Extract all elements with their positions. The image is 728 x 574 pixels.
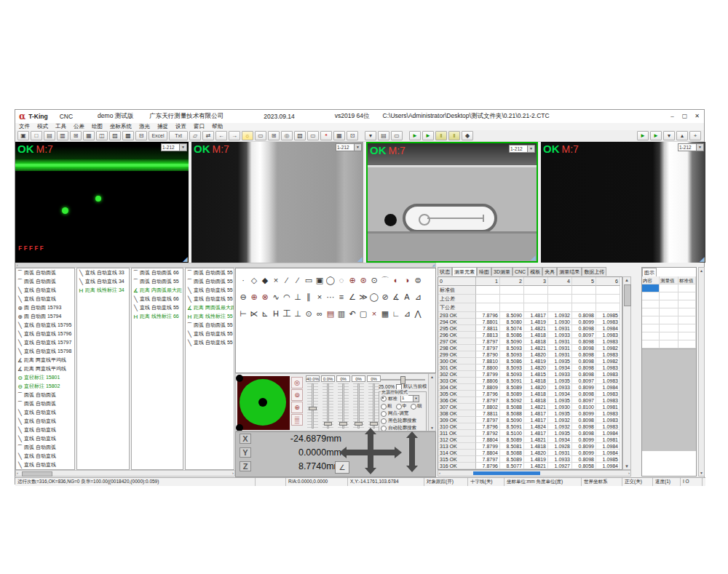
chevron-down-icon[interactable]: ▼ bbox=[179, 144, 186, 151]
chevron-down-icon[interactable]: ▼ bbox=[696, 144, 703, 151]
list-item[interactable]: ∡ 距离 两圆弧最大距 bbox=[186, 303, 234, 312]
toolbar-button[interactable]: ▾ bbox=[663, 131, 675, 140]
toolbar-button[interactable]: ▱ bbox=[189, 131, 201, 140]
list-item[interactable]: ⌒ 圆弧 自动圆弧 55 bbox=[186, 268, 234, 277]
toolbar-button[interactable]: ▧ bbox=[294, 131, 306, 140]
table-tab[interactable]: CNC bbox=[513, 267, 528, 276]
slider-thumb[interactable] bbox=[355, 422, 363, 426]
panel-scroll-strip[interactable]: ‹ ◢ bbox=[15, 263, 436, 268]
measure-tool-icon[interactable]: · bbox=[238, 275, 248, 285]
list-item[interactable]: ╲ 直线 自动直线 55 bbox=[186, 330, 234, 338]
toolbar-button[interactable]: ▨ bbox=[109, 131, 121, 140]
close-button[interactable]: ✕ bbox=[692, 111, 703, 121]
table-row[interactable]: 标准值 bbox=[438, 286, 622, 295]
table-row[interactable]: 309 OK 7.8797 8.5090 1.4817 1.0932 0.809… bbox=[438, 417, 622, 423]
toolbar-button[interactable]: ⊞ bbox=[268, 131, 280, 140]
table-row[interactable] bbox=[642, 324, 696, 332]
toolbar-button[interactable]: ▾ bbox=[365, 131, 376, 140]
toolbar-button[interactable]: → bbox=[229, 131, 240, 140]
mode-radio[interactable] bbox=[396, 404, 402, 410]
run-control-button[interactable]: ‖ bbox=[448, 131, 460, 140]
measure-tool-icon[interactable]: ◑ bbox=[402, 275, 412, 285]
measure-tool-icon[interactable]: ▭ bbox=[304, 275, 314, 285]
light-type-icon[interactable]: ⊕ bbox=[291, 402, 303, 413]
list-item[interactable]: ╲ 直线 自动直线 bbox=[16, 452, 74, 461]
slider-track[interactable] bbox=[338, 383, 349, 428]
menu-item[interactable]: 绘图 bbox=[88, 123, 106, 130]
run-control-button[interactable]: ► bbox=[422, 131, 434, 140]
resize-grip-icon[interactable]: ◢ bbox=[432, 263, 435, 267]
mode-radio[interactable] bbox=[381, 411, 387, 417]
menu-item[interactable]: 帮助 bbox=[208, 123, 226, 130]
table-row[interactable]: 299 OK 7.8790 8.5093 1.4820 1.0931 0.809… bbox=[438, 351, 622, 358]
list-item[interactable]: ⊖ 直径标注 15801 bbox=[16, 373, 74, 382]
toolbar-button[interactable]: ▤ bbox=[44, 131, 55, 140]
scroll-right-icon[interactable]: › bbox=[232, 471, 234, 476]
scroll-up-icon[interactable]: ▲ bbox=[699, 268, 704, 273]
list-item[interactable]: ∡ 距离 内圆弧最大距 bbox=[132, 286, 183, 295]
lens-select[interactable]: 1-212 ▼ bbox=[336, 143, 362, 151]
table-row[interactable]: 313 OK 7.8799 8.5081 1.4818 1.0928 0.809… bbox=[438, 443, 622, 450]
table-row[interactable]: 上公差 bbox=[438, 295, 622, 303]
measure-tool-icon[interactable]: ⊕ bbox=[347, 275, 357, 285]
measure-tool-icon[interactable]: × bbox=[271, 275, 281, 285]
table-tab[interactable]: 夹具 bbox=[542, 267, 557, 276]
measure-tool-icon[interactable]: A bbox=[402, 292, 412, 302]
list-item[interactable]: ⌒ 圆弧 自动圆弧 bbox=[16, 268, 74, 277]
list-item[interactable]: ⌒ 圆弧 自动圆弧 bbox=[16, 391, 74, 399]
table-tab[interactable]: 模板 bbox=[528, 267, 542, 276]
run-control-button[interactable]: ► bbox=[409, 131, 421, 140]
list-item[interactable]: ╲ 直线 自动直线 bbox=[16, 408, 74, 417]
toolbar-button[interactable]: Excel bbox=[149, 131, 167, 140]
toolbar-button[interactable]: ◎ bbox=[281, 131, 293, 140]
measure-tool-icon[interactable]: ⊙ bbox=[369, 275, 379, 285]
measure-tool-icon[interactable]: ⊥ bbox=[293, 292, 303, 302]
camera-view-laser[interactable]: FFFFF OK M:7 1-212 ▼ ◢ bbox=[15, 142, 189, 263]
measure-tool-icon[interactable]: ⊿ bbox=[402, 308, 412, 319]
measure-tool-icon[interactable]: ⊜ bbox=[413, 275, 423, 285]
toolbar-button[interactable]: ▤ bbox=[378, 131, 389, 140]
list-item[interactable]: ╲ 直线 自动直线 55 bbox=[186, 295, 234, 303]
list-item[interactable]: ╲ 直线 自动直线 bbox=[16, 286, 74, 295]
list-item[interactable]: ∡ 距离 两直线平均线 bbox=[16, 364, 74, 373]
measure-tool-icon[interactable]: ∠ bbox=[347, 292, 357, 302]
light-type-icon[interactable]: ▒ bbox=[291, 414, 303, 426]
table-row[interactable]: 306 OK 7.8797 8.5092 1.4818 1.0935 0.809… bbox=[438, 397, 622, 404]
mode-radio[interactable] bbox=[381, 418, 387, 424]
toolbar-button[interactable]: ▦ bbox=[333, 131, 345, 140]
mode-radio[interactable] bbox=[381, 404, 387, 410]
list-item[interactable]: ╲ 直线 自动直线 bbox=[16, 434, 74, 443]
measure-tool-icon[interactable]: ∕ bbox=[282, 275, 292, 285]
mode-option[interactable]: 粗 bbox=[381, 403, 392, 410]
table-row[interactable] bbox=[642, 292, 696, 300]
table-row[interactable]: 295 OK 7.8811 8.5074 1.4821 1.0931 0.809… bbox=[438, 325, 622, 332]
list-item[interactable]: ⊖ 直径标注 15802 bbox=[16, 382, 74, 391]
measure-tool-icon[interactable]: ▦ bbox=[380, 308, 390, 319]
master-brightness-slider[interactable] bbox=[380, 376, 425, 383]
measure-tool-icon[interactable]: ⋀ bbox=[413, 308, 423, 319]
table-tab[interactable]: 数据上传 bbox=[582, 267, 606, 276]
camera-view-edge[interactable]: OK M:7 1-212 ▼ ◢ bbox=[191, 142, 363, 263]
list-item[interactable]: H 距离 线性标注 66 bbox=[132, 312, 183, 321]
table-tab[interactable]: 测量结果 bbox=[557, 267, 582, 276]
measure-tool-icon[interactable]: ∥ bbox=[304, 292, 314, 302]
table-row[interactable]: 298 OK 7.8797 8.5093 1.4821 1.0931 0.809… bbox=[438, 345, 622, 351]
measure-tool-icon[interactable]: ⊛ bbox=[358, 275, 368, 285]
mode-option[interactable]: 中 bbox=[396, 403, 408, 410]
mode-option[interactable]: 细 bbox=[411, 403, 422, 410]
toolbar-button[interactable]: ☼ bbox=[242, 131, 253, 140]
toolbar-button[interactable]: ▴ bbox=[676, 131, 688, 140]
light-type-icon[interactable]: ⊚ bbox=[291, 389, 303, 401]
scrollbar-thumb[interactable] bbox=[22, 471, 52, 477]
menu-item[interactable]: 窗口 bbox=[190, 123, 208, 130]
measure-tool-icon[interactable]: ◌ bbox=[336, 275, 347, 285]
measure-tool-icon[interactable]: ▣ bbox=[314, 275, 325, 285]
list-item[interactable]: ⌒ 圆弧 自动圆弧 bbox=[16, 443, 74, 452]
measure-tool-icon[interactable]: ◇ bbox=[249, 275, 259, 285]
list-item[interactable]: H 距离 线性标注 55 bbox=[186, 312, 234, 321]
measure-tool-icon[interactable]: ◐ bbox=[391, 275, 401, 285]
slider-thumb[interactable] bbox=[324, 422, 332, 426]
table-horizontal-scrollbar[interactable]: ‹ › bbox=[438, 470, 631, 477]
menu-item[interactable]: 捕捉 bbox=[154, 123, 172, 130]
list-item[interactable]: ⌒ 圆弧 自动圆弧 55 bbox=[186, 277, 234, 286]
